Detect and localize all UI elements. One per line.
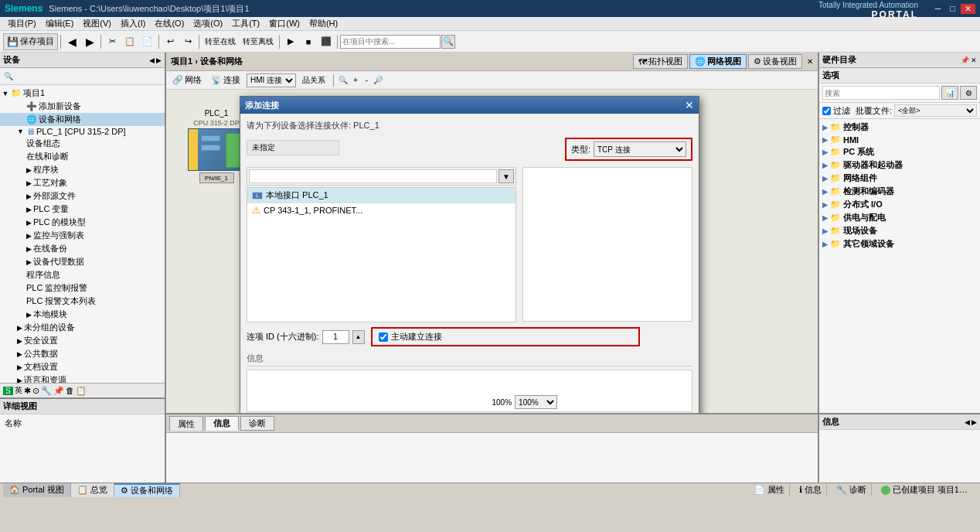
left-btn-5[interactable]: 🗑	[66, 386, 74, 395]
status-attributes[interactable]: 📄 属性	[750, 484, 790, 496]
left-btn-2[interactable]: ⊙	[32, 386, 39, 396]
topology-view-btn[interactable]: 🗺 拓扑视图	[633, 54, 688, 69]
menu-edit[interactable]: 编辑(E)	[41, 17, 79, 31]
file-select[interactable]: <全部>	[894, 104, 977, 117]
tree-item-project[interactable]: ▼ 📁 项目1	[0, 87, 165, 100]
tree-item-lang[interactable]: ▶语言和资源	[0, 373, 165, 383]
left-btn-3[interactable]: 🔧	[41, 386, 52, 396]
left-btn-6[interactable]: 📋	[76, 386, 87, 396]
conn-filter-input[interactable]	[249, 169, 497, 183]
compile-button[interactable]: 转至在线	[202, 33, 239, 50]
search-input[interactable]	[340, 35, 441, 49]
menu-insert[interactable]: 插入(I)	[116, 17, 150, 31]
tree-item-plc-data[interactable]: ▶PLC 的模块型	[0, 216, 165, 229]
debug-button[interactable]: ⬛	[318, 33, 335, 50]
tree-item-prog-blocks[interactable]: ▶程序块	[0, 163, 165, 176]
toolbar-btn-4[interactable]: 📋	[121, 33, 138, 50]
right-panel-close-btn[interactable]: ✕	[971, 56, 977, 64]
center-close-btn[interactable]: ✕	[807, 57, 813, 66]
left-btn-4[interactable]: 📌	[53, 386, 64, 396]
tab-info[interactable]: 信息	[205, 416, 239, 431]
menu-options[interactable]: 选项(O)	[189, 17, 227, 31]
stop-button[interactable]: ■	[300, 33, 317, 50]
search-button[interactable]: 🔍	[441, 35, 455, 49]
toolbar-btn-5[interactable]: 📄	[139, 33, 156, 50]
tree-item-prog-info[interactable]: 程序信息	[0, 268, 165, 281]
tree-item-local-mod[interactable]: ▶本地模块	[0, 308, 165, 321]
plc-device[interactable]: PLC_1 CPU 315-2 DP PN/IE_1	[185, 109, 247, 183]
tree-item-device-network[interactable]: 🌐 设备和网络	[0, 113, 165, 126]
filter-checkbox[interactable]	[822, 107, 831, 115]
right-panel-pin-btn[interactable]: 📌	[961, 56, 969, 64]
toolbar-btn-1[interactable]: ◀	[63, 33, 80, 50]
tree-item-alarm-text[interactable]: PLC 报警文本列表	[0, 295, 165, 308]
status-info[interactable]: ℹ 信息	[795, 484, 827, 496]
run-button[interactable]: ▶	[282, 33, 299, 50]
dialog-close-btn[interactable]: ✕	[685, 100, 694, 111]
save-button[interactable]: 💾 保存项目	[3, 33, 58, 50]
tree-item-monitor[interactable]: ▶监控与强制表	[0, 229, 165, 242]
panel-expand-btn[interactable]: ▶	[156, 56, 162, 64]
tree-toolbar-btn1[interactable]: 🔍	[2, 70, 15, 84]
tree-item-plc-vars[interactable]: ▶PLC 变量	[0, 203, 165, 216]
zoom-in-btn[interactable]: +	[351, 76, 360, 84]
network-btn[interactable]: 🔗 网络	[169, 74, 205, 86]
tree-item-ext-sources[interactable]: ▶外部源文件	[0, 189, 165, 203]
tree-item-online-diag[interactable]: 在线和诊断	[0, 150, 165, 163]
cp-item[interactable]: ⚠ CP 343-1_1, PROFINET...	[247, 203, 516, 217]
device-network-btn[interactable]: ⚙ 设备和网络	[114, 483, 180, 497]
toolbar-btn-3[interactable]: ✂	[104, 33, 121, 50]
tree-item-security[interactable]: ▶安全设置	[0, 334, 165, 347]
tree-item-plc-alarm[interactable]: PLC 监控制报警	[0, 281, 165, 295]
status-diagnostics[interactable]: 🔧 诊断	[832, 484, 872, 496]
tree-item-device-proxy[interactable]: ▶设备代理数据	[0, 255, 165, 268]
tree-item-common-data[interactable]: ▶公共数据	[0, 347, 165, 360]
tab-properties[interactable]: 属性	[169, 416, 203, 431]
right-info-btn1[interactable]: ◀	[965, 416, 970, 428]
left-btn-1[interactable]: ✱	[24, 386, 31, 396]
minimize-button[interactable]: ─	[931, 4, 945, 14]
zoom-out-btn[interactable]: -	[363, 76, 370, 84]
menu-online[interactable]: 在线(O)	[150, 17, 189, 31]
tree-item-backup[interactable]: ▶在线备份	[0, 242, 165, 255]
undo-button[interactable]: ↩	[162, 33, 179, 50]
catalog-item-controller[interactable]: ▶ 📁 控制器	[819, 121, 980, 134]
active-connect-checkbox[interactable]	[379, 332, 388, 342]
menu-window[interactable]: 窗口(W)	[264, 17, 305, 31]
local-interface-item[interactable]: L 本地接口 PLC_1	[247, 188, 516, 203]
close-button[interactable]: ✕	[961, 4, 975, 14]
catalog-search-input[interactable]	[822, 86, 940, 100]
toolbar-btn-2[interactable]: ▶	[81, 33, 98, 50]
catalog-item-detect[interactable]: ▶ 📁 检测和编码器	[819, 185, 980, 198]
zoom-fit-btn[interactable]: 🔍	[339, 76, 348, 84]
catalog-item-network[interactable]: ▶ 📁 网络组件	[819, 172, 980, 185]
tree-item-ungrouped[interactable]: ▶未分组的设备	[0, 321, 165, 334]
conn-filter-btn[interactable]: ▼	[499, 169, 514, 183]
catalog-item-power[interactable]: ▶ 📁 供电与配电	[819, 211, 980, 224]
device-view-btn[interactable]: ⚙ 设备视图	[748, 54, 802, 69]
menu-tools[interactable]: 工具(T)	[227, 17, 264, 31]
portal-view-btn[interactable]: 🏠 Portal 视图	[3, 483, 71, 497]
catalog-item-pc[interactable]: ▶ 📁 PC 系统	[819, 145, 980, 159]
zoom-percent-btn[interactable]: 🔎	[373, 76, 383, 84]
id-input[interactable]	[322, 330, 349, 344]
tree-item-add-device[interactable]: ➕ 添加新设备	[0, 100, 165, 113]
catalog-item-hmi[interactable]: ▶ 📁 HMI	[819, 134, 980, 145]
catalog-item-distributed[interactable]: ▶ 📁 分布式 I/O	[819, 198, 980, 211]
overview-btn[interactable]: 📋 总览	[71, 483, 114, 497]
catalog-item-field[interactable]: ▶ 📁 现场设备	[819, 224, 980, 237]
network-view-btn[interactable]: 🌐 网络视图	[689, 54, 747, 69]
download-button[interactable]: 转至离线	[240, 33, 277, 50]
menu-help[interactable]: 帮助(H)	[305, 17, 342, 31]
panel-collapse-btn[interactable]: ◀	[149, 56, 155, 64]
right-info-btn2[interactable]: ▶	[971, 416, 977, 428]
relation-btn[interactable]: 品关系	[299, 75, 328, 86]
catalog-item-other[interactable]: ▶ 📁 其它领域设备	[819, 237, 980, 251]
tree-item-device-config[interactable]: 设备组态	[0, 137, 165, 150]
menu-view[interactable]: 视图(V)	[78, 17, 116, 31]
tree-item-doc[interactable]: ▶文档设置	[0, 360, 165, 373]
tree-item-plc[interactable]: ▼ 🖥 PLC_1 [CPU 315-2 DP]	[0, 126, 165, 137]
id-up-btn[interactable]: ▲	[352, 330, 365, 344]
catalog-item-drives[interactable]: ▶ 📁 驱动器和起动器	[819, 159, 980, 172]
maximize-button[interactable]: □	[946, 4, 959, 14]
